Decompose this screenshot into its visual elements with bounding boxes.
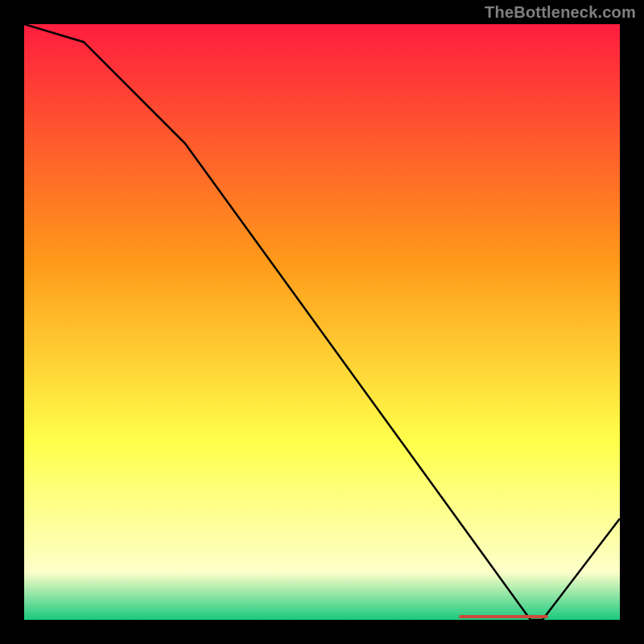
plot-area [24,24,620,620]
chart-frame: TheBottleneck.com [0,0,644,644]
gradient-background [24,24,620,620]
highlight-marker [459,615,548,618]
watermark-text: TheBottleneck.com [485,3,636,22]
